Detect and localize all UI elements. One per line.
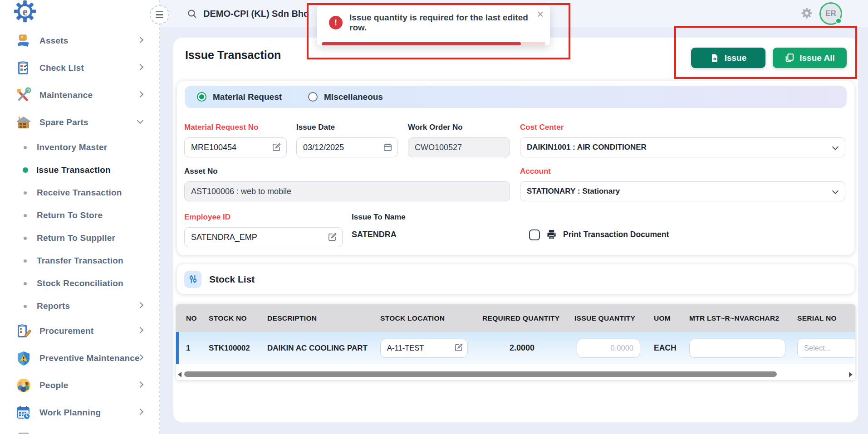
cell-description: DAIKIN AC COOLING PART	[267, 332, 368, 364]
toast-progress-track	[322, 42, 545, 45]
col-stock-no: STOCK NO	[209, 304, 247, 332]
sidebar-item-assets[interactable]: Assets	[0, 27, 159, 54]
sidebar-item-reports[interactable]: Reports	[0, 295, 159, 317]
horizontal-scrollbar[interactable]	[176, 371, 855, 377]
sidebar-item-work-planning[interactable]: Work Planning	[0, 399, 159, 426]
sidebar-item-return-to-store[interactable]: Return To Store	[0, 204, 159, 227]
col-stock-location: STOCK LOCATION	[380, 304, 445, 332]
sidebar-item-label: Work Planning	[39, 408, 101, 418]
scrollbar-thumb[interactable]	[184, 371, 777, 377]
employee-id-input[interactable]	[184, 227, 343, 247]
col-uom: UOM	[654, 304, 671, 332]
issue-transaction-panel: Issue Transaction Issue Issue All Materi…	[173, 38, 858, 422]
bullet-icon	[24, 191, 27, 195]
print-checkbox[interactable]	[529, 229, 540, 240]
sidebar-item-label: Check List	[39, 63, 84, 73]
employee-id-label: Employee ID	[184, 213, 343, 222]
check-list-icon	[15, 60, 32, 76]
sidebar-item-people[interactable]: People	[0, 372, 159, 399]
chevron-right-icon	[137, 64, 143, 70]
edit-pencil-icon[interactable]	[454, 343, 463, 354]
settings-gear-icon[interactable]	[800, 7, 813, 21]
sidebar-item-procurement[interactable]: Procurement	[0, 317, 159, 345]
edit-pencil-icon[interactable]	[328, 232, 337, 244]
svg-text:e: e	[23, 5, 28, 18]
sidebar-item-stock-reconciliation[interactable]: Stock Reconciliation	[0, 272, 159, 295]
calendar-icon[interactable]	[383, 142, 392, 154]
account-label: Account	[520, 167, 845, 176]
sidebar-item-label: Assets	[39, 36, 69, 46]
radio-selected-icon	[197, 92, 206, 102]
sidebar-item-label: Stock Reconciliation	[37, 278, 123, 288]
scroll-left-arrow[interactable]	[178, 372, 181, 377]
sidebar-item-preventive-maintenance[interactable]: Preventive Maintenance	[0, 345, 159, 372]
bullet-icon	[24, 237, 27, 240]
transaction-form-card: Material Request Miscellaneous Material …	[177, 81, 854, 255]
sidebar-item-spare-parts[interactable]: Spare Parts	[0, 109, 159, 136]
people-icon	[15, 377, 32, 394]
radio-material-request[interactable]: Material Request	[197, 92, 282, 102]
sidebar-item-transfer-transaction[interactable]: Transfer Transaction	[0, 249, 159, 272]
sidebar-item-partial	[0, 426, 159, 434]
issue-doc-icon	[710, 54, 719, 63]
sidebar-toggle-button[interactable]	[150, 5, 169, 24]
avatar-initials: ER	[825, 9, 836, 18]
mtr-lst-input[interactable]	[689, 339, 785, 358]
sidebar-item-label: Procurement	[39, 326, 93, 336]
issue-all-button[interactable]: Issue All	[773, 48, 847, 68]
sidebar-item-label: Reports	[37, 301, 70, 311]
toast-progress-fill	[322, 42, 521, 45]
sidebar-item-label: People	[39, 380, 69, 390]
sidebar-item-issue-transaction[interactable]: Issue Transaction	[0, 159, 159, 181]
material-request-no-label: Material Request No	[184, 123, 287, 132]
bullet-icon	[24, 146, 27, 149]
work-order-no-input	[408, 137, 510, 157]
print-transaction-row: Print Transaction Document	[529, 229, 669, 240]
app-logo[interactable]: e	[12, 0, 38, 26]
sidebar-item-label: Receive Transaction	[37, 188, 122, 198]
assets-icon	[15, 33, 32, 49]
cell-stock-no: STK100002	[209, 332, 250, 364]
col-mtr-lst: MTR LST~R~NVARCHAR2	[689, 304, 779, 332]
toast-close-icon[interactable]: ×	[537, 7, 544, 21]
spare-parts-icon	[15, 114, 32, 131]
page-title: Issue Transaction	[185, 49, 281, 62]
stock-list-header: Stock List	[177, 264, 854, 294]
bullet-icon	[24, 305, 27, 308]
stock-table-header: NO STOCK NO DESCRIPTION STOCK LOCATION R…	[176, 304, 855, 332]
error-toast: ! Issue quantity is required for the las…	[317, 5, 550, 45]
sidebar-item-label: Inventory Master	[37, 142, 107, 152]
work-order-no-label: Work Order No	[408, 123, 510, 132]
scroll-right-arrow[interactable]	[849, 372, 853, 377]
edit-pencil-icon[interactable]	[272, 142, 281, 154]
asset-no-input	[184, 181, 510, 201]
sliders-icon	[184, 271, 201, 288]
user-avatar[interactable]: ER	[819, 2, 842, 25]
account-select[interactable]: STATIONARY : Stationary	[520, 181, 845, 201]
sidebar-item-inventory-master[interactable]: Inventory Master	[0, 136, 159, 159]
asset-no-label: Asset No	[184, 167, 510, 176]
sidebar-item-return-to-supplier[interactable]: Return To Supplier	[0, 227, 159, 249]
sidebar-item-receive-transaction[interactable]: Receive Transaction	[0, 181, 159, 204]
sidebar-item-label: Return To Supplier	[37, 233, 115, 243]
global-search[interactable]: DEMO-CPI (KL) Sdn Bhd	[187, 0, 309, 27]
issue-to-name-value: SATENDRA	[352, 230, 406, 239]
col-serial-no: SERIAL NO	[797, 304, 837, 332]
radio-miscellaneous[interactable]: Miscellaneous	[308, 92, 383, 102]
issue-quantity-input[interactable]	[577, 339, 640, 358]
cost-center-select[interactable]: DAIKIN1001 : AIR CONDITIONER	[520, 137, 845, 157]
work-planning-icon	[15, 405, 32, 421]
transaction-type-band: Material Request Miscellaneous	[185, 86, 847, 108]
sidebar-item-label: Preventive Maintenance	[39, 353, 140, 363]
sidebar: e Assets	[0, 0, 160, 434]
sidebar-item-check-list[interactable]: Check List	[0, 54, 159, 82]
company-name: DEMO-CPI (KL) Sdn Bhd	[203, 9, 309, 19]
sidebar-nav: Assets Check List	[0, 27, 159, 434]
serial-no-select[interactable]	[797, 339, 855, 358]
bullet-icon	[24, 282, 27, 285]
sidebar-item-maintenance[interactable]: Maintenance	[0, 82, 159, 109]
cell-no: 1	[186, 332, 190, 364]
issue-button[interactable]: Issue	[691, 48, 765, 68]
radio-unselected-icon	[308, 92, 318, 102]
sidebar-item-label: Spare Parts	[39, 117, 88, 127]
